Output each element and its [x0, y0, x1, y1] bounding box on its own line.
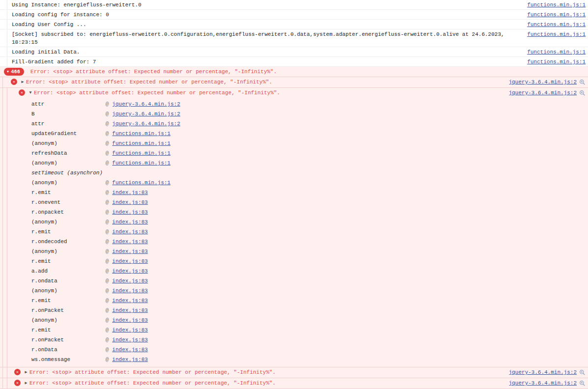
repeat-count-badge[interactable]: ▼ 466 [4, 68, 24, 76]
error-row-collapsed: ✕ ▶ Error: <stop> attribute offset: Expe… [0, 378, 588, 389]
stack-source-link[interactable]: index.js:83 [112, 198, 148, 206]
stack-function-name: (anonym) [31, 287, 106, 295]
error-icon: ✕ [11, 79, 17, 85]
at-symbol: @ [106, 326, 109, 334]
at-symbol: @ [106, 100, 109, 108]
stack-source-link[interactable]: index.js:83 [112, 277, 148, 285]
source-location-link[interactable]: functions.min.js:1 [527, 30, 586, 38]
at-symbol: @ [106, 120, 109, 128]
stack-source-link[interactable]: functions.min.js:1 [112, 179, 171, 187]
at-symbol: @ [106, 346, 109, 354]
search-icon[interactable] [579, 380, 586, 387]
at-symbol: @ [106, 297, 109, 305]
stack-function-name: r.onPacket [31, 306, 106, 314]
stack-source-link[interactable]: index.js:83 [112, 228, 148, 236]
indent-guide [2, 98, 3, 367]
stack-source-link[interactable]: index.js:83 [112, 189, 148, 196]
stack-frame-row: r.emit @ index.js:83 [31, 256, 588, 266]
log-message-text: [Socket] subscribed to: energiefluss-erw… [12, 30, 523, 46]
stack-source-link[interactable]: index.js:83 [112, 248, 148, 255]
stack-source-link[interactable]: index.js:83 [112, 316, 148, 324]
stack-frame-row: r.emit @ index.js:83 [31, 325, 588, 335]
stack-function-name: r.onData [31, 346, 106, 354]
stack-source-link[interactable]: index.js:83 [112, 208, 148, 216]
source-location-link[interactable]: jquery-3.6.4.min.js:2 [508, 379, 577, 387]
stack-frame-row: r.onData @ index.js:83 [31, 345, 588, 355]
source-location-link[interactable]: functions.min.js:1 [527, 11, 586, 19]
stack-function-name: (anonym) [31, 248, 106, 255]
stack-frame-row: r.ondata @ index.js:83 [31, 276, 588, 286]
stack-source-link[interactable]: index.js:83 [112, 306, 148, 314]
expand-icon[interactable]: ▶ [24, 368, 28, 376]
stack-source-link[interactable]: index.js:83 [112, 297, 148, 305]
stack-frame-row: r.onevent @ index.js:83 [31, 197, 588, 207]
stack-source-link[interactable]: index.js:83 [112, 326, 148, 334]
stack-source-link[interactable]: functions.min.js:1 [112, 159, 171, 167]
at-symbol: @ [106, 208, 109, 216]
error-row-collapsed: ✕ ▶ Error: <stop> attribute offset: Expe… [0, 367, 588, 378]
stack-frame-row: r.onpacket @ index.js:83 [31, 207, 588, 217]
stack-frame-row: setTimeout (asynchron) [31, 168, 588, 178]
stack-source-link[interactable]: index.js:83 [112, 267, 148, 275]
indent-guide [7, 98, 7, 367]
stack-source-link[interactable]: functions.min.js:1 [112, 130, 171, 138]
expand-icon[interactable]: ▶ [24, 379, 28, 387]
stack-source-link[interactable]: index.js:83 [112, 346, 148, 354]
stack-source-link[interactable]: jquery-3.6.4.min.js:2 [112, 110, 181, 118]
stack-frame-row: attr @ jquery-3.6.4.min.js:2 [31, 119, 588, 129]
source-location-link[interactable]: functions.min.js:1 [527, 48, 586, 56]
stack-source-link[interactable]: functions.min.js:1 [112, 149, 171, 157]
gutter-divider [7, 10, 7, 19]
search-icon[interactable] [579, 369, 586, 376]
indent-guide [2, 88, 3, 98]
stack-function-name: (anonym) [31, 218, 106, 226]
at-symbol: @ [106, 179, 109, 187]
search-icon[interactable] [579, 90, 586, 96]
stack-source-link[interactable]: index.js:83 [112, 287, 148, 295]
stack-frame-row: (anonym) @ index.js:83 [31, 217, 588, 227]
source-location-link[interactable]: functions.min.js:1 [527, 58, 586, 66]
source-location-link[interactable]: jquery-3.6.4.min.js:2 [508, 89, 577, 97]
stack-frame-row: B @ jquery-3.6.4.min.js:2 [31, 109, 588, 119]
search-icon[interactable] [579, 79, 586, 85]
stack-frame-row: refreshData @ functions.min.js:1 [31, 148, 588, 158]
stack-function-name: r.ondata [31, 277, 106, 285]
at-symbol: @ [106, 228, 109, 236]
stack-frame-row: (anonym) @ index.js:83 [31, 286, 588, 296]
stack-frame-row: a.add @ index.js:83 [31, 266, 588, 276]
source-location-link[interactable]: functions.min.js:1 [527, 1, 586, 9]
indent-guide [7, 367, 7, 378]
error-row-collapsed: ✕ ▶ Error: <stop> attribute offset: Expe… [0, 77, 588, 88]
stack-source-link[interactable]: jquery-3.6.4.min.js:2 [112, 120, 181, 128]
stack-frame-row: (anonym) @ functions.min.js:1 [31, 158, 588, 168]
stack-source-link[interactable]: jquery-3.6.4.min.js:2 [112, 100, 181, 108]
stack-source-link[interactable]: index.js:83 [112, 356, 148, 363]
at-symbol: @ [106, 316, 109, 324]
collapse-icon[interactable]: ▼ [28, 89, 33, 97]
stack-function-name: (anonym) [31, 159, 106, 167]
badge-count: 466 [11, 68, 20, 76]
stack-source-link[interactable]: index.js:83 [112, 238, 148, 246]
at-symbol: @ [106, 277, 109, 285]
stack-function-name: r.emit [31, 297, 106, 305]
error-group-header-row: ▼ 466 Error: <stop> attribute offset: Ex… [0, 67, 588, 77]
source-location-link[interactable]: jquery-3.6.4.min.js:2 [508, 368, 577, 376]
source-location-link[interactable]: functions.min.js:1 [527, 21, 586, 28]
stack-frame-row: r.emit @ index.js:83 [31, 296, 588, 306]
stack-frame-row: r.ondecoded @ index.js:83 [31, 237, 588, 247]
at-symbol: @ [106, 149, 109, 157]
stack-source-link[interactable]: index.js:83 [112, 336, 148, 344]
at-symbol: @ [106, 218, 109, 226]
console-log-row: Loading User Config ... functions.min.js… [0, 20, 588, 29]
stack-source-link[interactable]: functions.min.js:1 [112, 139, 171, 147]
indent-guide [2, 378, 3, 389]
stack-source-link[interactable]: index.js:83 [112, 218, 148, 226]
at-symbol: @ [106, 198, 109, 206]
expand-icon[interactable]: ▶ [20, 78, 25, 86]
at-symbol: @ [106, 257, 109, 265]
stack-source-link[interactable]: index.js:83 [112, 257, 148, 265]
source-location-link[interactable]: jquery-3.6.4.min.js:2 [508, 78, 577, 86]
stack-function-name: updateGradient [31, 130, 106, 138]
stack-frame-row: r.onPacket @ index.js:83 [31, 306, 588, 315]
console-log-row: Using Instance: energiefluss-erweitert.0… [0, 0, 588, 10]
